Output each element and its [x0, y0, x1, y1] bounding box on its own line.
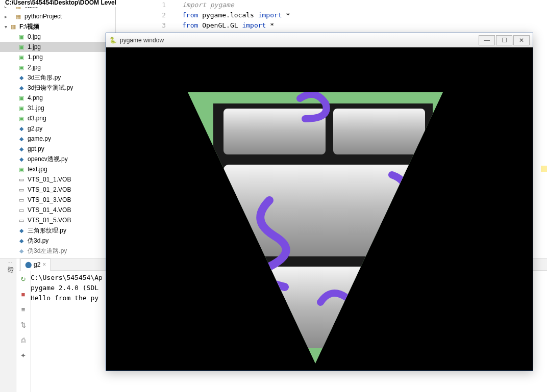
chevron-down-icon[interactable]: ▾: [2, 24, 9, 30]
tree-file-item[interactable]: ▣0.jpg: [0, 32, 115, 42]
python-file-icon: ◆: [17, 226, 26, 234]
pygame-canvas: [106, 47, 533, 371]
tree-file-item[interactable]: ◆伪3d.py: [0, 236, 115, 246]
tree-item-label: 3d三角形.py: [28, 73, 61, 82]
python-file-icon: ◆: [17, 84, 26, 92]
tree-item-label: game.py: [28, 135, 51, 142]
tree-item-label: 4.png: [28, 94, 43, 101]
tree-file-item[interactable]: ▣31.jpg: [0, 103, 115, 113]
svg-rect-6: [239, 267, 407, 348]
step-icon[interactable]: ≡: [18, 304, 29, 315]
tree-file-item[interactable]: ▭VTS_01_5.VOB: [0, 215, 115, 225]
tree-item-label: gpt.py: [28, 145, 44, 152]
tree-file-item[interactable]: ▣1.jpg: [0, 42, 115, 52]
minimize-button[interactable]: —: [479, 35, 495, 45]
tree-file-item[interactable]: ◆g2.py: [0, 123, 115, 134]
code-line[interactable]: import pygame: [182, 0, 290, 10]
python-icon: ⬤: [25, 261, 32, 268]
close-button[interactable]: ✕: [513, 35, 530, 45]
pygame-titlebar[interactable]: 🐍 pygame window — ☐ ✕: [106, 33, 533, 47]
console-line: Hello from the py: [31, 293, 103, 303]
maximize-button[interactable]: ☐: [496, 35, 512, 45]
image-file-icon: ▣: [17, 53, 26, 61]
tree-item-label: 0.jpg: [28, 33, 41, 40]
tree-file-item[interactable]: ◆gpt.py: [0, 144, 115, 154]
tree-item-label: g2.py: [28, 125, 42, 132]
tree-item-label: pythonProject: [24, 13, 62, 20]
tree-item-label: 1.jpg: [28, 43, 41, 50]
tree-file-item[interactable]: ▭VTS_01_4.VOB: [0, 205, 115, 215]
tree-file-item[interactable]: ◆三角形纹理.py: [0, 225, 115, 236]
tree-file-item[interactable]: ▣2.jpg: [0, 62, 115, 72]
tree-file-item[interactable]: ◆opencv透视.py: [0, 154, 115, 164]
run-panel-label[interactable]: 运行:: [0, 258, 16, 392]
print-icon[interactable]: ⎙: [18, 335, 29, 345]
tree-file-item[interactable]: ▭VTS_01_1.VOB: [0, 174, 115, 185]
tree-item-label: 伪3d左道路.py: [28, 247, 67, 255]
chevron-right-icon[interactable]: ▸: [2, 14, 9, 19]
top-path-fragment: C:\Users\545454\Desktop\DOOM Level Vie..…: [5, 0, 132, 7]
file-icon: ▭: [17, 216, 26, 224]
python-file-icon: ◆: [17, 155, 26, 163]
tree-file-item[interactable]: ◆3d扫饶幸测试.py: [0, 83, 115, 93]
tree-file-item[interactable]: ▭VTS_01_3.VOB: [0, 195, 115, 205]
tree-file-item[interactable]: ◆game.py: [0, 134, 115, 144]
line-number: 3: [152, 20, 166, 31]
project-tree[interactable]: ▸ ▦ .idea ▸ ▦ pythonProject ▾ ▦ F:\视频 ▣0…: [0, 0, 116, 258]
pin-icon[interactable]: ✦: [18, 350, 29, 360]
console-line: pygame 2.4.0 (SDL: [31, 283, 103, 293]
file-icon: ▭: [17, 186, 26, 194]
layout-icon[interactable]: ⇅: [18, 320, 29, 330]
tree-file-item[interactable]: ▣4.png: [0, 93, 115, 103]
pygame-icon: 🐍: [109, 37, 117, 44]
stop-icon[interactable]: ■: [18, 289, 29, 299]
window-controls: — ☐ ✕: [479, 35, 530, 45]
rendered-triangle: [106, 47, 533, 371]
tree-item-label: VTS_01_5.VOB: [28, 217, 71, 224]
rerun-icon[interactable]: ↻: [18, 274, 29, 284]
tree-item-label: d3.png: [28, 115, 46, 122]
python-file-icon: ◆: [17, 73, 26, 82]
python-file-icon: ◆: [17, 237, 26, 245]
tree-item-label: 伪3d.py: [28, 237, 48, 245]
tree-item-label: VTS_01_2.VOB: [28, 186, 71, 193]
python-file-icon: ◆: [17, 247, 26, 255]
image-file-icon: ▣: [17, 165, 26, 173]
image-file-icon: ▣: [17, 63, 26, 71]
pygame-window-title: pygame window: [120, 37, 479, 44]
line-number: 1: [152, 0, 166, 10]
line-number: 2: [152, 10, 166, 20]
tree-file-item[interactable]: ◆伪3d左道路.py: [0, 246, 115, 256]
console-line: C:\Users\545454\Ap: [31, 273, 103, 283]
tree-file-item[interactable]: ▭VTS_01_2.VOB: [0, 185, 115, 195]
code-line[interactable]: from OpenGL.GL import *: [182, 20, 290, 31]
image-file-icon: ▣: [17, 33, 26, 41]
tree-file-item[interactable]: ◆3d三角形.py: [0, 72, 115, 83]
tree-item-label: 3d扫饶幸测试.py: [28, 84, 73, 92]
folder-icon: ▦: [9, 22, 17, 31]
image-file-icon: ▣: [17, 104, 26, 112]
image-file-icon: ▣: [17, 43, 26, 51]
close-icon[interactable]: ×: [42, 261, 46, 268]
tree-root-fvideo[interactable]: ▾ ▦ F:\视频: [0, 21, 115, 32]
tree-item-label: text.jpg: [28, 166, 47, 173]
python-file-icon: ◆: [17, 145, 26, 153]
python-file-icon: ◆: [17, 135, 26, 143]
run-toolbar: ↻ ■ ≡ ⇅ ⎙ ✦: [16, 258, 31, 392]
tree-file-item[interactable]: ▣text.jpg: [0, 164, 115, 174]
tree-item-label: VTS_01_1.VOB: [28, 176, 71, 183]
tree-item-label: 三角形纹理.py: [28, 226, 66, 235]
tree-file-item[interactable]: ▣1.png: [0, 52, 115, 62]
run-tab-g2[interactable]: ⬤ g2 ×: [20, 258, 51, 271]
tree-item-label: 1.png: [28, 54, 43, 61]
run-console[interactable]: C:\Users\545454\Ap pygame 2.4.0 (SDL Hel…: [31, 273, 103, 303]
pygame-window[interactable]: 🐍 pygame window — ☐ ✕: [106, 33, 533, 371]
file-icon: ▭: [17, 175, 26, 184]
code-line[interactable]: from pygame.locals import *: [182, 10, 290, 20]
tree-folder-pythonproject[interactable]: ▸ ▦ pythonProject: [0, 11, 115, 21]
run-tab-label: g2: [34, 261, 40, 268]
tree-file-item[interactable]: ▣d3.png: [0, 113, 115, 123]
editor-marker: [541, 166, 547, 172]
file-icon: ▭: [17, 206, 26, 214]
file-icon: ▭: [17, 196, 26, 204]
